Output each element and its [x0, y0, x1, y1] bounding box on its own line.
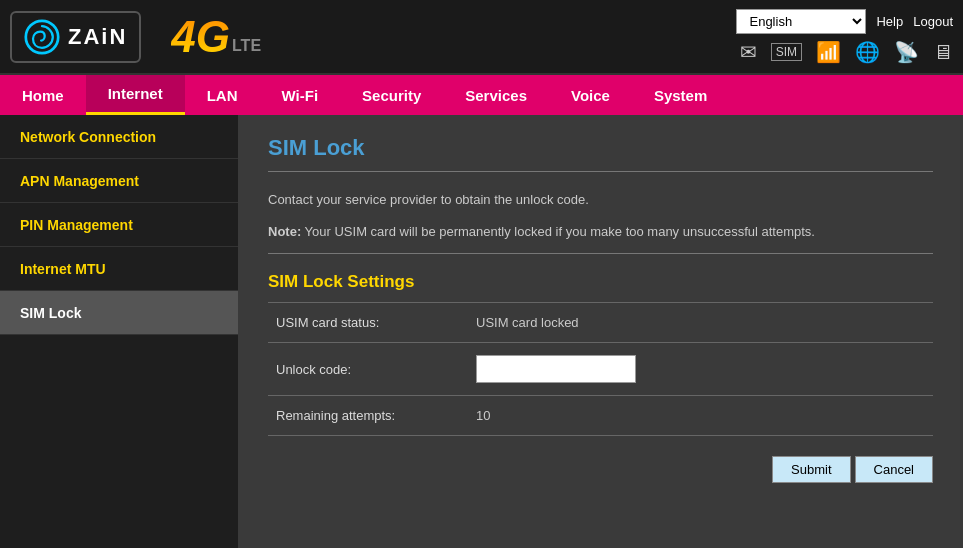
sidebar-item-pin-management[interactable]: PIN Management	[0, 203, 238, 247]
logout-link[interactable]: Logout	[913, 14, 953, 29]
4g-text: 4G	[171, 15, 230, 59]
language-select[interactable]: English Arabic	[736, 9, 866, 34]
nav-services[interactable]: Services	[443, 75, 549, 115]
page-title: SIM Lock	[268, 135, 933, 161]
title-divider	[268, 171, 933, 172]
header-right: English Arabic Help Logout ✉ SIM 📶 🌐 📡 🖥	[736, 9, 953, 64]
sidebar-item-apn-management[interactable]: APN Management	[0, 159, 238, 203]
brand-name: ZAiN	[68, 24, 127, 50]
info-line1: Contact your service provider to obtain …	[268, 190, 933, 210]
nav-voice[interactable]: Voice	[549, 75, 632, 115]
button-row: Submit Cancel	[268, 456, 933, 483]
envelope-icon: ✉	[740, 40, 757, 64]
submit-button[interactable]: Submit	[772, 456, 850, 483]
note-label: Note:	[268, 224, 301, 239]
lte-text: LTE	[232, 37, 261, 55]
cancel-button[interactable]: Cancel	[855, 456, 933, 483]
table-row-remaining: Remaining attempts: 10	[268, 396, 933, 436]
usim-status-value: USIM card locked	[468, 303, 933, 343]
nav-bar: Home Internet LAN Wi-Fi Security Service…	[0, 75, 963, 115]
unlock-code-label: Unlock code:	[268, 343, 468, 396]
remaining-value: 10	[468, 396, 933, 436]
sidebar-item-internet-mtu[interactable]: Internet MTU	[0, 247, 238, 291]
note-text: Your USIM card will be permanently locke…	[301, 224, 815, 239]
nav-internet[interactable]: Internet	[86, 75, 185, 115]
nav-security[interactable]: Security	[340, 75, 443, 115]
unlock-code-cell	[468, 343, 933, 396]
logo-box: ZAiN	[10, 11, 141, 63]
sim-icon: SIM	[771, 43, 802, 61]
nav-wifi[interactable]: Wi-Fi	[260, 75, 341, 115]
usim-status-label: USIM card status:	[268, 303, 468, 343]
note-line: Note: Your USIM card will be permanently…	[268, 222, 933, 242]
nav-home[interactable]: Home	[0, 75, 86, 115]
4g-logo: 4G LTE	[171, 15, 261, 59]
unlock-code-input[interactable]	[476, 355, 636, 383]
signal-icon: 📶	[816, 40, 841, 64]
settings-table: USIM card status: USIM card locked Unloc…	[268, 302, 933, 436]
wifi-icon: 📡	[894, 40, 919, 64]
section-title: SIM Lock Settings	[268, 272, 933, 292]
table-row-unlock-code: Unlock code:	[268, 343, 933, 396]
nav-system[interactable]: System	[632, 75, 729, 115]
header: ZAiN 4G LTE English Arabic Help Logout ✉…	[0, 0, 963, 75]
header-icons: ✉ SIM 📶 🌐 📡 🖥	[740, 40, 953, 64]
sidebar-item-network-connection[interactable]: Network Connection	[0, 115, 238, 159]
remaining-label: Remaining attempts:	[268, 396, 468, 436]
zain-logo-icon	[24, 19, 60, 55]
table-row-usim-status: USIM card status: USIM card locked	[268, 303, 933, 343]
section-divider	[268, 253, 933, 254]
screen-icon: 🖥	[933, 41, 953, 64]
main-content: SIM Lock Contact your service provider t…	[238, 115, 963, 548]
nav-lan[interactable]: LAN	[185, 75, 260, 115]
help-link[interactable]: Help	[876, 14, 903, 29]
sidebar-item-sim-lock[interactable]: SIM Lock	[0, 291, 238, 335]
content-area: Network Connection APN Management PIN Ma…	[0, 115, 963, 548]
sidebar: Network Connection APN Management PIN Ma…	[0, 115, 238, 548]
header-top-row: English Arabic Help Logout	[736, 9, 953, 34]
globe-icon: 🌐	[855, 40, 880, 64]
